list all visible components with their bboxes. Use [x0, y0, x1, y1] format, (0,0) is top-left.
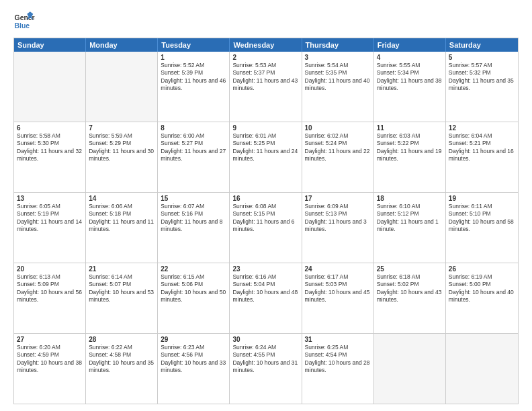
- day-number: 1: [161, 54, 226, 61]
- header-wednesday: Wednesday: [230, 38, 302, 52]
- cell-text: Sunrise: 5:54 AMSunset: 5:35 PMDaylight:…: [305, 62, 371, 93]
- header-saturday: Saturday: [446, 38, 518, 52]
- cell-text: Sunrise: 6:05 AMSunset: 5:19 PMDaylight:…: [17, 203, 83, 234]
- day-number: 23: [232, 265, 298, 273]
- cell-text: Sunrise: 5:57 AMSunset: 5:32 PMDaylight:…: [449, 62, 515, 93]
- cell-text: Sunrise: 6:15 AMSunset: 5:06 PMDaylight:…: [161, 273, 226, 304]
- day-number: 20: [17, 265, 83, 273]
- day-number: 15: [161, 195, 226, 202]
- cell-text: Sunrise: 6:17 AMSunset: 5:03 PMDaylight:…: [305, 273, 371, 304]
- calendar-cell-r2-c6: 19Sunrise: 6:11 AMSunset: 5:10 PMDayligh…: [446, 193, 518, 263]
- calendar-cell-r2-c2: 15Sunrise: 6:07 AMSunset: 5:16 PMDayligh…: [158, 193, 230, 263]
- cell-text: Sunrise: 6:03 AMSunset: 5:22 PMDaylight:…: [377, 132, 443, 163]
- day-number: 8: [161, 124, 226, 132]
- cell-text: Sunrise: 6:08 AMSunset: 5:15 PMDaylight:…: [232, 203, 298, 234]
- day-number: 19: [449, 195, 515, 202]
- day-number: 6: [17, 124, 83, 132]
- header-monday: Monday: [86, 38, 158, 52]
- cell-text: Sunrise: 6:19 AMSunset: 5:00 PMDaylight:…: [449, 273, 515, 304]
- calendar-cell-r3-c3: 23Sunrise: 6:16 AMSunset: 5:04 PMDayligh…: [230, 263, 302, 333]
- calendar-cell-r2-c5: 18Sunrise: 6:10 AMSunset: 5:12 PMDayligh…: [374, 193, 446, 263]
- calendar-cell-r0-c4: 3Sunrise: 5:54 AMSunset: 5:35 PMDaylight…: [302, 52, 374, 122]
- cell-text: Sunrise: 6:09 AMSunset: 5:13 PMDaylight:…: [305, 203, 371, 234]
- calendar-cell-r1-c6: 12Sunrise: 6:04 AMSunset: 5:21 PMDayligh…: [446, 122, 518, 192]
- day-number: 5: [449, 54, 515, 61]
- cell-text: Sunrise: 5:53 AMSunset: 5:37 PMDaylight:…: [232, 62, 298, 93]
- calendar: Sunday Monday Tuesday Wednesday Thursday…: [13, 38, 519, 404]
- cell-text: Sunrise: 5:55 AMSunset: 5:34 PMDaylight:…: [377, 62, 443, 93]
- calendar-cell-r2-c1: 14Sunrise: 6:06 AMSunset: 5:18 PMDayligh…: [86, 193, 158, 263]
- cell-text: Sunrise: 6:13 AMSunset: 5:09 PMDaylight:…: [17, 273, 83, 304]
- day-number: 29: [161, 336, 226, 343]
- day-number: 21: [89, 265, 154, 273]
- day-number: 13: [17, 195, 83, 202]
- calendar-cell-r3-c5: 25Sunrise: 6:18 AMSunset: 5:02 PMDayligh…: [374, 263, 446, 333]
- cell-text: Sunrise: 6:20 AMSunset: 4:59 PMDaylight:…: [17, 344, 83, 375]
- calendar-cell-r3-c1: 21Sunrise: 6:14 AMSunset: 5:07 PMDayligh…: [86, 263, 158, 333]
- day-number: 24: [305, 265, 371, 273]
- cell-text: Sunrise: 6:24 AMSunset: 4:55 PMDaylight:…: [232, 344, 298, 375]
- day-number: 7: [89, 124, 154, 132]
- calendar-cell-r3-c4: 24Sunrise: 6:17 AMSunset: 5:03 PMDayligh…: [302, 263, 374, 333]
- day-number: 4: [377, 54, 443, 61]
- calendar-row-4: 27Sunrise: 6:20 AMSunset: 4:59 PMDayligh…: [14, 333, 518, 404]
- cell-text: Sunrise: 6:00 AMSunset: 5:27 PMDaylight:…: [161, 132, 226, 163]
- calendar-row-0: 1Sunrise: 5:52 AMSunset: 5:39 PMDaylight…: [14, 52, 518, 122]
- header: General Blue: [13, 11, 519, 32]
- calendar-row-2: 13Sunrise: 6:05 AMSunset: 5:19 PMDayligh…: [14, 192, 518, 263]
- cell-text: Sunrise: 6:01 AMSunset: 5:25 PMDaylight:…: [232, 132, 298, 163]
- calendar-cell-r3-c2: 22Sunrise: 6:15 AMSunset: 5:06 PMDayligh…: [158, 263, 230, 333]
- day-number: 25: [377, 265, 443, 273]
- day-number: 3: [305, 54, 371, 61]
- cell-text: Sunrise: 6:14 AMSunset: 5:07 PMDaylight:…: [89, 273, 154, 304]
- calendar-cell-r1-c1: 7Sunrise: 5:59 AMSunset: 5:29 PMDaylight…: [86, 122, 158, 192]
- cell-text: Sunrise: 6:02 AMSunset: 5:24 PMDaylight:…: [305, 132, 371, 163]
- calendar-cell-r4-c1: 28Sunrise: 6:22 AMSunset: 4:58 PMDayligh…: [86, 334, 158, 404]
- page: General Blue Sunday Monday Tuesday Wedne…: [0, 0, 532, 411]
- calendar-cell-r4-c3: 30Sunrise: 6:24 AMSunset: 4:55 PMDayligh…: [230, 334, 302, 404]
- calendar-cell-r4-c5: [374, 334, 446, 404]
- cell-text: Sunrise: 6:07 AMSunset: 5:16 PMDaylight:…: [161, 203, 226, 234]
- cell-text: Sunrise: 5:59 AMSunset: 5:29 PMDaylight:…: [89, 132, 154, 163]
- calendar-cell-r4-c4: 31Sunrise: 6:25 AMSunset: 4:54 PMDayligh…: [302, 334, 374, 404]
- calendar-cell-r0-c1: [86, 52, 158, 122]
- svg-text:Blue: Blue: [15, 22, 30, 30]
- calendar-cell-r2-c3: 16Sunrise: 6:08 AMSunset: 5:15 PMDayligh…: [230, 193, 302, 263]
- calendar-cell-r2-c4: 17Sunrise: 6:09 AMSunset: 5:13 PMDayligh…: [302, 193, 374, 263]
- calendar-cell-r1-c2: 8Sunrise: 6:00 AMSunset: 5:27 PMDaylight…: [158, 122, 230, 192]
- calendar-cell-r4-c0: 27Sunrise: 6:20 AMSunset: 4:59 PMDayligh…: [14, 334, 86, 404]
- day-number: 26: [449, 265, 515, 273]
- calendar-cell-r1-c0: 6Sunrise: 5:58 AMSunset: 5:30 PMDaylight…: [14, 122, 86, 192]
- calendar-cell-r4-c2: 29Sunrise: 6:23 AMSunset: 4:56 PMDayligh…: [158, 334, 230, 404]
- day-number: 14: [89, 195, 154, 202]
- day-number: 18: [377, 195, 443, 202]
- day-number: 16: [232, 195, 298, 202]
- calendar-cell-r0-c0: [14, 52, 86, 122]
- cell-text: Sunrise: 6:16 AMSunset: 5:04 PMDaylight:…: [232, 273, 298, 304]
- calendar-row-3: 20Sunrise: 6:13 AMSunset: 5:09 PMDayligh…: [14, 263, 518, 333]
- cell-text: Sunrise: 6:06 AMSunset: 5:18 PMDaylight:…: [89, 203, 154, 234]
- day-number: 11: [377, 124, 443, 132]
- day-number: 31: [305, 336, 371, 343]
- calendar-row-1: 6Sunrise: 5:58 AMSunset: 5:30 PMDaylight…: [14, 122, 518, 192]
- calendar-cell-r0-c3: 2Sunrise: 5:53 AMSunset: 5:37 PMDaylight…: [230, 52, 302, 122]
- day-number: 9: [232, 124, 298, 132]
- logo: General Blue: [13, 11, 38, 32]
- day-number: 17: [305, 195, 371, 202]
- calendar-cell-r1-c3: 9Sunrise: 6:01 AMSunset: 5:25 PMDaylight…: [230, 122, 302, 192]
- day-number: 28: [89, 336, 154, 343]
- cell-text: Sunrise: 5:52 AMSunset: 5:39 PMDaylight:…: [161, 62, 226, 93]
- calendar-cell-r3-c6: 26Sunrise: 6:19 AMSunset: 5:00 PMDayligh…: [446, 263, 518, 333]
- cell-text: Sunrise: 6:04 AMSunset: 5:21 PMDaylight:…: [449, 132, 515, 163]
- header-sunday: Sunday: [14, 38, 86, 52]
- calendar-cell-r0-c6: 5Sunrise: 5:57 AMSunset: 5:32 PMDaylight…: [446, 52, 518, 122]
- calendar-cell-r3-c0: 20Sunrise: 6:13 AMSunset: 5:09 PMDayligh…: [14, 263, 86, 333]
- calendar-cell-r1-c4: 10Sunrise: 6:02 AMSunset: 5:24 PMDayligh…: [302, 122, 374, 192]
- cell-text: Sunrise: 6:18 AMSunset: 5:02 PMDaylight:…: [377, 273, 443, 304]
- cell-text: Sunrise: 6:23 AMSunset: 4:56 PMDaylight:…: [161, 344, 226, 375]
- calendar-cell-r2-c0: 13Sunrise: 6:05 AMSunset: 5:19 PMDayligh…: [14, 193, 86, 263]
- cell-text: Sunrise: 6:22 AMSunset: 4:58 PMDaylight:…: [89, 344, 154, 375]
- calendar-cell-r4-c6: [446, 334, 518, 404]
- day-number: 2: [232, 54, 298, 61]
- calendar-cell-r0-c2: 1Sunrise: 5:52 AMSunset: 5:39 PMDaylight…: [158, 52, 230, 122]
